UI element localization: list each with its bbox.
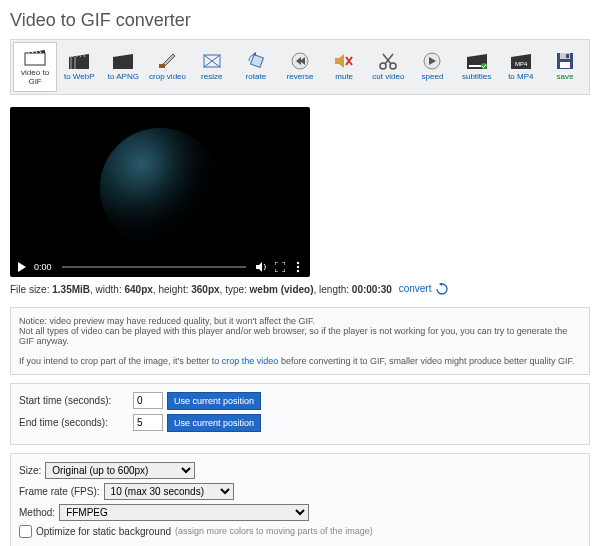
svg-rect-18 <box>560 62 570 68</box>
resize-icon <box>201 51 223 71</box>
tool-crop-video[interactable]: crop video <box>145 42 189 92</box>
rotate-icon <box>245 51 267 71</box>
start-time-label: Start time (seconds): <box>19 395 129 406</box>
method-select[interactable]: FFMPEG <box>59 504 309 521</box>
end-time-input[interactable] <box>133 414 163 431</box>
volume-icon[interactable] <box>256 261 268 273</box>
tool-reverse[interactable]: reverse <box>278 42 322 92</box>
film-clapper-icon <box>68 51 90 71</box>
optimize-checkbox[interactable] <box>19 525 32 538</box>
crop-knife-icon <box>157 51 179 71</box>
file-width-value: 640px <box>125 283 153 294</box>
tool-label: rotate <box>246 73 266 82</box>
tool-to-apng[interactable]: to APNG <box>101 42 145 92</box>
start-time-input[interactable] <box>133 392 163 409</box>
film-clapper-icon <box>112 51 134 71</box>
tool-speed[interactable]: speed <box>410 42 454 92</box>
notice-line-1: Notice: video preview may have reduced q… <box>19 316 581 326</box>
notice-box: Notice: video preview may have reduced q… <box>10 307 590 375</box>
page-title: Video to GIF converter <box>10 10 590 31</box>
svg-rect-0 <box>25 53 45 65</box>
tool-label: speed <box>422 73 444 82</box>
tool-video-to-gif[interactable]: video to GIF <box>13 42 57 92</box>
svg-rect-3 <box>159 64 165 68</box>
tool-label: subtitles <box>462 73 491 82</box>
tool-label: to WebP <box>64 73 95 82</box>
tool-label: resize <box>201 73 222 82</box>
tool-cut-video[interactable]: cut video <box>366 42 410 92</box>
crop-video-link[interactable]: crop the video <box>222 356 279 366</box>
file-width-label: , width: <box>90 283 124 294</box>
video-controls: 0:00 <box>16 261 304 273</box>
convert-link[interactable]: convert <box>399 283 432 294</box>
file-size-value: 1.35MiB <box>52 283 90 294</box>
tool-label: reverse <box>287 73 314 82</box>
file-length-value: 00:00:30 <box>352 283 392 294</box>
file-length-label: , length: <box>314 283 352 294</box>
file-type-value: webm (video) <box>250 283 314 294</box>
svg-point-21 <box>297 269 299 271</box>
notice-line-2: Not all types of video can be played wit… <box>19 326 581 346</box>
tool-resize[interactable]: resize <box>190 42 234 92</box>
fps-select[interactable]: 10 (max 30 seconds) <box>104 483 234 500</box>
video-frame-earth <box>100 128 220 248</box>
tool-label: save <box>557 73 574 82</box>
tool-label: mute <box>335 73 353 82</box>
use-current-end-button[interactable]: Use current position <box>167 414 261 432</box>
svg-point-12 <box>481 63 487 69</box>
file-height-label: , height: <box>153 283 191 294</box>
video-progress[interactable] <box>62 266 246 268</box>
time-section: Start time (seconds): Use current positi… <box>10 383 590 445</box>
size-label: Size: <box>19 465 41 476</box>
tool-label: to APNG <box>108 73 139 82</box>
toolbar: video to GIF to WebP to APNG crop video … <box>10 39 590 95</box>
tool-save[interactable]: save <box>543 42 587 92</box>
svg-rect-1 <box>69 57 89 69</box>
optimize-hint: (assign more colors to moving parts of t… <box>175 526 373 536</box>
save-floppy-icon <box>554 51 576 71</box>
file-height-value: 360px <box>191 283 219 294</box>
fullscreen-icon[interactable] <box>274 261 286 273</box>
film-clapper-icon: MP4 <box>510 51 532 71</box>
notice-line-3: If you intend to crop part of the image,… <box>19 356 581 366</box>
video-time: 0:00 <box>34 262 52 272</box>
size-select[interactable]: Original (up to 600px) <box>45 462 195 479</box>
optimize-label: Optimize for static background <box>36 526 171 537</box>
tool-label: video to GIF <box>16 69 54 87</box>
svg-point-20 <box>297 265 299 267</box>
svg-rect-2 <box>113 57 133 69</box>
tool-subtitles[interactable]: subtitles <box>455 42 499 92</box>
file-size-label: File size: <box>10 283 52 294</box>
use-current-start-button[interactable]: Use current position <box>167 392 261 410</box>
speed-icon <box>421 51 443 71</box>
mute-icon <box>333 51 355 71</box>
file-type-label: , type: <box>220 283 250 294</box>
tool-rotate[interactable]: rotate <box>234 42 278 92</box>
video-preview[interactable]: 0:00 <box>10 107 310 277</box>
fps-label: Frame rate (FPS): <box>19 486 100 497</box>
rewind-icon <box>289 51 311 71</box>
tool-mute[interactable]: mute <box>322 42 366 92</box>
svg-text:MP4: MP4 <box>515 61 528 67</box>
options-section: Size: Original (up to 600px) Frame rate … <box>10 453 590 546</box>
end-time-label: End time (seconds): <box>19 417 129 428</box>
play-icon[interactable] <box>16 261 28 273</box>
refresh-icon[interactable] <box>436 283 448 297</box>
svg-rect-17 <box>566 54 569 58</box>
tool-to-webp[interactable]: to WebP <box>57 42 101 92</box>
subtitles-icon <box>466 51 488 71</box>
svg-point-19 <box>297 261 299 263</box>
tool-label: cut video <box>372 73 404 82</box>
svg-rect-5 <box>250 55 263 68</box>
scissors-icon <box>377 51 399 71</box>
more-icon[interactable] <box>292 261 304 273</box>
method-label: Method: <box>19 507 55 518</box>
tool-label: to MP4 <box>508 73 533 82</box>
tool-label: crop video <box>149 73 186 82</box>
file-info: File size: 1.35MiB, width: 640px, height… <box>10 283 590 297</box>
tool-to-mp4[interactable]: MP4 to MP4 <box>499 42 543 92</box>
film-clapper-icon <box>24 47 46 67</box>
